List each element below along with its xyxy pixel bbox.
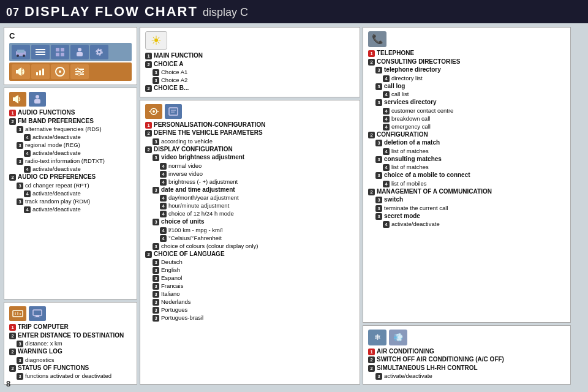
- list-item: 3terminate the current call: [368, 205, 565, 212]
- item-number: 4: [383, 148, 390, 155]
- list-item: 2MANAGEMENT OF A COMMUNICATION: [368, 188, 565, 196]
- item-number: 3: [375, 197, 382, 203]
- svg-point-25: [77, 68, 79, 70]
- list-item: 3choice of a mobile to connect: [368, 172, 565, 179]
- item-text: WARNING LOG: [18, 348, 62, 356]
- item-text: hour/minute adjustment: [168, 202, 229, 209]
- item-text: SWITCH OFF AIR CONDITIONING (A/C OFF): [377, 356, 504, 364]
- item-number: 3: [375, 205, 382, 212]
- list-item: 4list of mobiles: [368, 180, 565, 187]
- list-item: 3track random play (RDM): [9, 198, 132, 205]
- item-text: deletion of a match: [384, 139, 440, 147]
- item-text: inverse video: [168, 170, 203, 178]
- list-item: 3Portugues-brasil: [145, 314, 355, 322]
- list-item: 3regional mode (REG): [9, 141, 132, 149]
- svg-rect-15: [16, 70, 18, 74]
- svg-rect-37: [36, 315, 39, 317]
- item-number: 4: [383, 124, 390, 130]
- left-column: C: [4, 27, 137, 385]
- item-text: CONSULTING DIRECTORIES: [377, 58, 460, 66]
- page-title: DISPLAY FLOW CHART: [24, 4, 198, 20]
- item-number: 2: [9, 118, 16, 125]
- item-number: 3: [153, 219, 159, 225]
- item-text: Choice A2: [161, 77, 187, 84]
- item-number: 3: [153, 307, 159, 314]
- svg-rect-31: [34, 99, 40, 104]
- list-item: 1PERSONALISATION-CONFIGURATION: [145, 121, 355, 129]
- item-text: brightness (- +) adjustment: [168, 178, 238, 186]
- item-text: date and time adjustment: [161, 186, 235, 194]
- main-items-list: 1MAIN FUNCTION2CHOICE A3Choice A13Choice…: [145, 52, 355, 92]
- item-text: according to vehicle: [161, 138, 213, 145]
- item-number: 3: [17, 158, 23, 165]
- list-item: 4emergency call: [368, 123, 565, 130]
- list-item: 3services directory: [368, 99, 565, 107]
- item-text: TRIP COMPUTER: [18, 323, 69, 331]
- list-item: 4list of matches: [368, 164, 565, 171]
- list-item: 3video brightness adjustment: [145, 154, 355, 162]
- item-text: AIR CONDITIONING: [377, 348, 434, 356]
- list-item: 3Choice A1: [145, 69, 355, 76]
- item-number: 2: [368, 189, 375, 195]
- list-item: 4°Celsius/°Fahrenheit: [145, 235, 355, 242]
- list-item: 1AIR CONDITIONING: [368, 348, 565, 356]
- audio-items-list: 1AUDIO FUNCTIONS2FM BAND PREFERENCES3alt…: [9, 109, 132, 213]
- item-number: 3: [375, 373, 382, 380]
- item-number: 3: [17, 373, 23, 380]
- list-item: 4normal video: [145, 162, 355, 170]
- list-item: 2STATUS OF FUNCTIONS: [9, 364, 132, 372]
- item-number: 1: [9, 110, 16, 116]
- item-text: SIMULTANEOUS LH-RH CONTROL: [377, 364, 478, 372]
- item-number: 4: [24, 190, 31, 197]
- item-text: list of matches: [391, 164, 429, 171]
- item-text: choice of 12 h/24 h mode: [168, 210, 234, 217]
- svg-point-13: [97, 50, 101, 54]
- item-text: cd changer repeat (RPT): [25, 182, 89, 189]
- svg-rect-38: [34, 317, 40, 317]
- list-item: 4activate/deactivate: [9, 165, 132, 173]
- svg-point-40: [153, 110, 155, 113]
- list-item: 3call log: [368, 83, 565, 91]
- fan-icon: ❄: [368, 330, 386, 345]
- settings2-icon: [70, 64, 89, 79]
- list-item: 4brightness (- +) adjustment: [145, 178, 355, 186]
- list-item: 4choice of 12 h/24 h mode: [145, 210, 355, 217]
- item-number: 1: [9, 324, 16, 331]
- item-text: video brightness adjustment: [161, 154, 244, 162]
- svg-point-21: [59, 70, 61, 73]
- item-number: 3: [375, 99, 382, 106]
- item-number: 2: [368, 356, 375, 363]
- list-item: 2SWITCH OFF AIR CONDITIONING (A/C OFF): [368, 356, 565, 364]
- item-text: CHOICE B...: [154, 85, 189, 92]
- list-item: 2AUDIO CD PREFERENCES: [9, 173, 132, 181]
- page: 07 DISPLAY FLOW CHART display C C: [0, 0, 588, 392]
- list-item: 4breakdown call: [368, 115, 565, 123]
- item-text: MAIN FUNCTION: [154, 52, 203, 60]
- item-number: 4: [24, 134, 31, 141]
- svg-rect-18: [39, 70, 41, 75]
- item-number: 4: [383, 75, 390, 82]
- item-number: 3: [153, 154, 159, 161]
- list-item: 2CHOICE B...: [145, 85, 355, 92]
- list-item: 3activate/deactivate: [368, 372, 565, 380]
- item-number: 4: [160, 203, 167, 209]
- item-number: 3: [153, 243, 159, 250]
- list-item: 3Italiano: [145, 290, 355, 298]
- item-text: AUDIO CD PREFERENCES: [18, 173, 96, 181]
- item-number: 3: [375, 156, 382, 163]
- item-text: day/month/year adjustment: [168, 194, 239, 202]
- card-main-function: ☀ 1MAIN FUNCTION2CHOICE A3Choice A13Choi…: [140, 27, 360, 97]
- item-number: 3: [17, 142, 23, 149]
- cd-icon: [51, 64, 69, 79]
- item-text: switch: [384, 196, 403, 204]
- svg-rect-4: [36, 49, 45, 50]
- item-text: ENTER DISTANCE TO DESTINATION: [18, 332, 124, 340]
- item-text: diagnostics: [25, 356, 55, 364]
- item-number: 2: [368, 59, 375, 66]
- item-text: normal video: [168, 162, 202, 170]
- list-item: 1TRIP COMPUTER: [9, 323, 132, 331]
- item-text: call list: [391, 91, 409, 98]
- mid-column: ☀ 1MAIN FUNCTION2CHOICE A3Choice A13Choi…: [140, 27, 360, 385]
- person-icon: [70, 45, 89, 59]
- c-label: C: [9, 31, 132, 40]
